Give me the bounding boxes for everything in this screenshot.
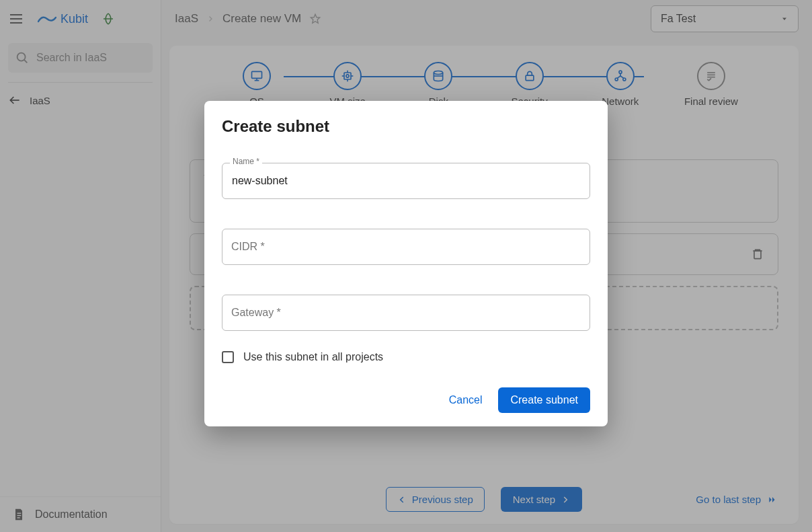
field-gateway: Gateway * — [222, 295, 590, 331]
name-label: Name * — [230, 157, 262, 166]
checkbox-icon[interactable] — [222, 351, 234, 363]
modal-overlay[interactable]: Create subnet Name * CIDR * Gateway * Us… — [0, 0, 812, 532]
cancel-button[interactable]: Cancel — [445, 389, 487, 412]
create-subnet-modal: Create subnet Name * CIDR * Gateway * Us… — [204, 101, 608, 426]
cidr-input[interactable] — [222, 229, 590, 265]
create-subnet-button[interactable]: Create subnet — [498, 387, 590, 413]
field-name: Name * — [222, 163, 590, 199]
field-cidr: CIDR * — [222, 229, 590, 265]
name-input[interactable] — [222, 163, 590, 199]
modal-actions: Cancel Create subnet — [222, 387, 590, 413]
checkbox-label: Use this subnet in all projects — [243, 351, 383, 363]
modal-title: Create subnet — [222, 117, 590, 136]
gateway-input[interactable] — [222, 295, 590, 331]
use-in-all-projects-row[interactable]: Use this subnet in all projects — [222, 351, 590, 363]
